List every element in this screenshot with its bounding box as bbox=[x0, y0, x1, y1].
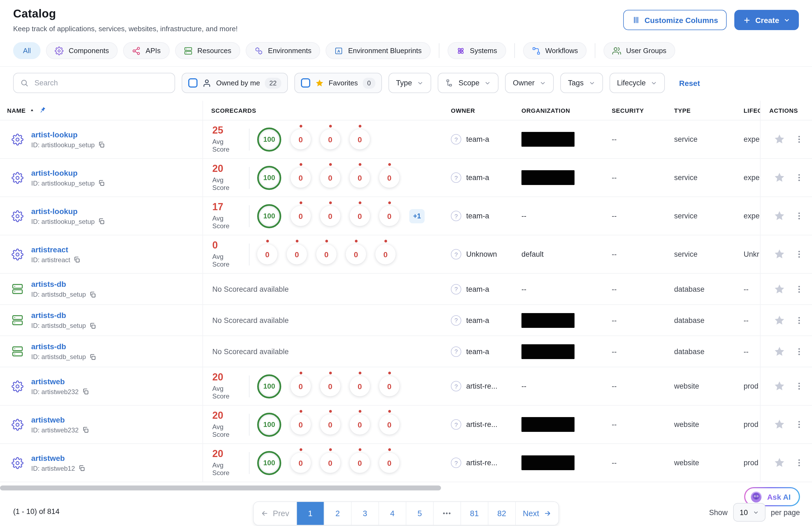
scorecard-badge[interactable]: 0 bbox=[320, 453, 340, 473]
copy-icon[interactable] bbox=[89, 322, 96, 329]
customize-columns-button[interactable]: Customize Columns bbox=[623, 10, 727, 30]
favorites-filter[interactable]: Favorites 0 bbox=[294, 73, 382, 93]
filter-dropdown-owner[interactable]: Owner bbox=[505, 73, 554, 93]
scorecard-badge[interactable]: 100 bbox=[257, 412, 281, 437]
pagination-page-2[interactable]: 2 bbox=[324, 502, 351, 525]
copy-icon[interactable] bbox=[74, 256, 81, 263]
copy-icon[interactable] bbox=[98, 141, 105, 148]
tab-components[interactable]: Components bbox=[46, 42, 118, 59]
tab-environments[interactable]: Environments bbox=[246, 42, 320, 59]
filter-dropdown-tags[interactable]: Tags bbox=[560, 73, 603, 93]
owned-by-me-checkbox[interactable] bbox=[188, 78, 198, 88]
scorecard-badge[interactable]: 100 bbox=[257, 166, 281, 190]
filter-dropdown-type[interactable]: Type bbox=[388, 73, 431, 93]
tab-resources[interactable]: Resources bbox=[175, 42, 240, 59]
page-size-select[interactable]: 10 bbox=[733, 503, 765, 522]
copy-icon[interactable] bbox=[98, 218, 105, 225]
copy-icon[interactable] bbox=[89, 353, 96, 360]
tab-workflows[interactable]: Workflows bbox=[523, 42, 586, 59]
scorecard-badge[interactable]: 0 bbox=[346, 244, 366, 265]
scorecard-badge[interactable]: 0 bbox=[320, 168, 340, 188]
entity-name-link[interactable]: artistweb bbox=[31, 377, 89, 386]
tab-user-groups[interactable]: User Groups bbox=[604, 42, 675, 59]
scorecard-badge[interactable]: 100 bbox=[257, 374, 281, 398]
more-scorecards-chip[interactable]: +1 bbox=[409, 209, 425, 223]
copy-icon[interactable] bbox=[98, 180, 105, 187]
scorecard-badge[interactable]: 0 bbox=[350, 453, 370, 473]
star-filled-icon[interactable] bbox=[774, 210, 785, 222]
star-filled-icon[interactable] bbox=[774, 457, 785, 469]
horizontal-scrollbar[interactable] bbox=[0, 485, 441, 491]
star-filled-icon[interactable] bbox=[774, 346, 785, 357]
star-filled-icon[interactable] bbox=[774, 248, 785, 260]
filter-dropdown-lifecycle[interactable]: Lifecycle bbox=[609, 73, 665, 93]
entity-name-link[interactable]: artists-db bbox=[31, 280, 96, 288]
pagination-page-5[interactable]: 5 bbox=[406, 502, 434, 525]
kebab-icon[interactable] bbox=[795, 420, 804, 429]
star-filled-icon[interactable] bbox=[774, 380, 785, 392]
scorecard-badge[interactable]: 0 bbox=[375, 244, 396, 265]
copy-icon[interactable] bbox=[82, 426, 89, 433]
pagination-next[interactable]: Next bbox=[516, 502, 559, 525]
tab-apis[interactable]: APIs bbox=[123, 42, 169, 59]
tab-all[interactable]: All bbox=[13, 42, 41, 59]
kebab-icon[interactable] bbox=[795, 211, 804, 221]
search-input[interactable] bbox=[33, 78, 168, 88]
scorecard-badge[interactable]: 0 bbox=[291, 129, 311, 150]
entity-name-link[interactable]: artist-lookup bbox=[31, 207, 105, 215]
scorecard-badge[interactable]: 0 bbox=[379, 206, 400, 226]
kebab-icon[interactable] bbox=[795, 284, 804, 294]
star-filled-icon[interactable] bbox=[774, 172, 785, 183]
scorecard-badge[interactable]: 0 bbox=[379, 376, 400, 396]
scorecard-badge[interactable]: 0 bbox=[350, 376, 370, 396]
scorecard-badge[interactable]: 0 bbox=[320, 129, 340, 150]
scorecard-badge[interactable]: 0 bbox=[350, 168, 370, 188]
kebab-icon[interactable] bbox=[795, 250, 804, 259]
scorecard-badge[interactable]: 0 bbox=[350, 414, 370, 435]
reset-filters-button[interactable]: Reset bbox=[676, 78, 703, 88]
pagination-page-ellipsis[interactable]: ••• bbox=[434, 502, 461, 525]
star-filled-icon[interactable] bbox=[774, 133, 785, 145]
copy-icon[interactable] bbox=[78, 465, 85, 472]
star-filled-icon[interactable] bbox=[774, 314, 785, 326]
pin-icon[interactable] bbox=[38, 106, 46, 114]
scorecard-badge[interactable]: 0 bbox=[379, 414, 400, 435]
scorecard-badge[interactable]: 0 bbox=[291, 168, 311, 188]
entity-name-link[interactable]: artists-db bbox=[31, 311, 96, 319]
pagination-page-82[interactable]: 82 bbox=[488, 502, 516, 525]
scorecard-badge[interactable]: 0 bbox=[350, 129, 370, 150]
kebab-icon[interactable] bbox=[795, 173, 804, 182]
scorecard-badge[interactable]: 0 bbox=[287, 244, 307, 265]
scorecard-badge[interactable]: 0 bbox=[379, 453, 400, 473]
kebab-icon[interactable] bbox=[795, 134, 804, 144]
scorecard-badge[interactable]: 100 bbox=[257, 127, 281, 151]
kebab-icon[interactable] bbox=[795, 347, 804, 356]
scorecard-badge[interactable]: 0 bbox=[320, 206, 340, 226]
column-header-scorecards[interactable]: SCORECARDS bbox=[203, 101, 449, 120]
pagination-page-81[interactable]: 81 bbox=[461, 502, 488, 525]
pagination-page-3[interactable]: 3 bbox=[351, 502, 379, 525]
entity-name-link[interactable]: artistreact bbox=[31, 245, 81, 254]
scorecard-badge[interactable]: 0 bbox=[379, 168, 400, 188]
filter-dropdown-scope[interactable]: Scope bbox=[438, 73, 499, 93]
scorecard-badge[interactable]: 100 bbox=[257, 451, 281, 475]
kebab-icon[interactable] bbox=[795, 315, 804, 325]
column-header-lifecycle[interactable]: LIFEC bbox=[737, 101, 760, 120]
scorecard-badge[interactable]: 100 bbox=[257, 204, 281, 228]
entity-name-link[interactable]: artists-db bbox=[31, 342, 96, 351]
kebab-icon[interactable] bbox=[795, 382, 804, 391]
kebab-icon[interactable] bbox=[795, 458, 804, 467]
pagination-page-4[interactable]: 4 bbox=[379, 502, 406, 525]
scorecard-badge[interactable]: 0 bbox=[316, 244, 336, 265]
star-filled-icon[interactable] bbox=[774, 283, 785, 295]
scorecard-badge[interactable]: 0 bbox=[320, 376, 340, 396]
column-header-organization[interactable]: ORGANIZATION bbox=[516, 101, 606, 120]
column-header-security[interactable]: SECURITY bbox=[606, 101, 670, 120]
pagination-page-1[interactable]: 1 bbox=[297, 502, 324, 525]
scorecard-badge[interactable]: 0 bbox=[320, 414, 340, 435]
scorecard-badge[interactable]: 0 bbox=[350, 206, 370, 226]
favorites-checkbox[interactable] bbox=[301, 78, 310, 88]
scorecard-badge[interactable]: 0 bbox=[291, 376, 311, 396]
star-filled-icon[interactable] bbox=[774, 419, 785, 430]
create-button[interactable]: Create bbox=[735, 10, 799, 30]
